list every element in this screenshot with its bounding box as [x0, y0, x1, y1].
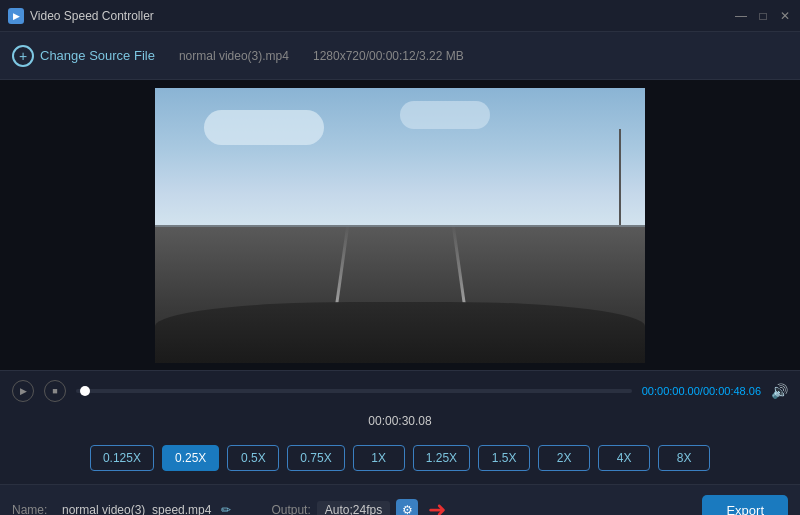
output-value: Auto;24fps: [317, 501, 390, 515]
current-time-row: 00:00:30.08: [0, 414, 800, 432]
bottom-bar: Name: normal video(3)_speed.mp4 ✏ Output…: [0, 484, 800, 515]
output-label: Output:: [271, 503, 310, 515]
output-box: Output: Auto;24fps ⚙: [271, 499, 418, 515]
cloud2: [400, 101, 490, 129]
speed-button-025x[interactable]: 0.25X: [162, 445, 219, 471]
speed-button-1x[interactable]: 1X: [353, 445, 405, 471]
speed-button-4x[interactable]: 4X: [598, 445, 650, 471]
export-button[interactable]: Export: [702, 495, 788, 516]
speed-button-15x[interactable]: 1.5X: [478, 445, 530, 471]
speed-button-2x[interactable]: 2X: [538, 445, 590, 471]
current-time-display: 00:00:30.08: [0, 414, 800, 428]
speed-section: 0.125X0.25X0.5X0.75X1X1.25X1.5X2X4X8X: [0, 432, 800, 484]
powerlines: [619, 129, 621, 239]
app-icon: ▶: [8, 8, 24, 24]
speed-button-05x[interactable]: 0.5X: [227, 445, 279, 471]
dashboard: [155, 302, 645, 363]
time-display: 00:00:00.00/00:00:48.06: [642, 385, 761, 397]
volume-icon[interactable]: 🔊: [771, 383, 788, 399]
maximize-button[interactable]: □: [756, 9, 770, 23]
output-filename: normal video(3)_speed.mp4: [62, 503, 211, 515]
speed-button-0125x[interactable]: 0.125X: [90, 445, 154, 471]
video-area: [0, 80, 800, 370]
window-title: Video Speed Controller: [30, 9, 154, 23]
change-source-button[interactable]: + Change Source File: [12, 45, 155, 67]
close-button[interactable]: ✕: [778, 9, 792, 23]
stop-button[interactable]: ■: [44, 380, 66, 402]
name-row: Name: normal video(3)_speed.mp4 ✏ Output…: [12, 495, 788, 516]
progress-handle[interactable]: [80, 386, 90, 396]
change-source-label: Change Source File: [40, 48, 155, 63]
file-meta: 1280x720/00:00:12/3.22 MB: [313, 49, 464, 63]
title-bar: ▶ Video Speed Controller — □ ✕: [0, 0, 800, 32]
arrow-icon: ➜: [428, 497, 446, 515]
gear-button[interactable]: ⚙: [396, 499, 418, 515]
play-button[interactable]: ▶: [12, 380, 34, 402]
minimize-button[interactable]: —: [734, 9, 748, 23]
plus-circle-icon: +: [12, 45, 34, 67]
progress-track[interactable]: [76, 389, 632, 393]
video-preview: [155, 88, 645, 363]
name-label: Name:: [12, 503, 52, 515]
speed-button-075x[interactable]: 0.75X: [287, 445, 344, 471]
playback-controls: ▶ ■ 00:00:00.00/00:00:48.06 🔊: [0, 370, 800, 410]
cloud1: [204, 110, 324, 145]
edit-icon[interactable]: ✏: [221, 503, 231, 515]
speed-button-8x[interactable]: 8X: [658, 445, 710, 471]
speed-button-125x[interactable]: 1.25X: [413, 445, 470, 471]
horizon: [155, 225, 645, 227]
file-name: normal video(3).mp4: [179, 49, 289, 63]
toolbar: + Change Source File normal video(3).mp4…: [0, 32, 800, 80]
